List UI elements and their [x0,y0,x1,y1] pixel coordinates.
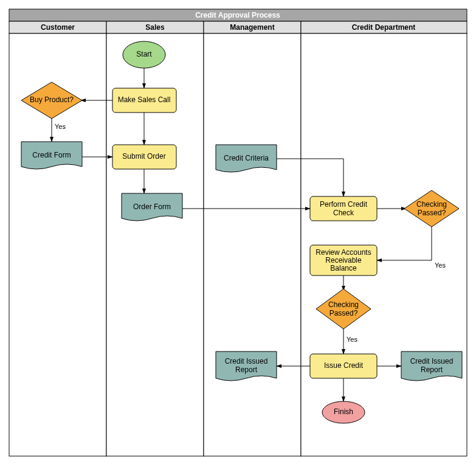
checking-passed-1-l2: Passed? [418,209,446,217]
credit-form-label: Credit Form [32,151,71,159]
cir-left-l1: Credit Issued [225,357,268,365]
lane-label: Sales [145,23,165,32]
checking-passed-1-l1: Checking [416,200,447,209]
flowchart-canvas: Credit Approval Process Customer Sales M… [6,6,470,458]
edge-label: Yes [347,336,357,343]
perform-credit-check-l1: Perform Credit [320,200,368,209]
cir-right-l1: Credit Issued [410,357,454,365]
lane-label: Customer [41,23,75,32]
lane-body-management [204,33,301,456]
perform-credit-check-l2: Check [333,209,354,217]
cir-left-l2: Report [235,365,258,374]
submit-order-label: Submit Order [122,152,165,161]
review-ar-l1: Review Accounts [316,248,371,257]
credit-criteria-label: Credit Criteria [224,154,269,162]
buy-product-label: Buy Product? [30,95,74,104]
checking-passed-2-l1: Checking [328,300,359,309]
checking-passed-2-l2: Passed? [329,309,358,317]
diagram-title: Credit Approval Process [195,11,280,19]
review-ar-l3: Balance [330,264,357,272]
make-sales-call-label: Make Sales Call [118,95,171,104]
lane-label: Credit Department [352,23,416,32]
cir-right-l2: Report [421,365,443,374]
edge-label: Yes [55,123,66,130]
finish-label: Finish [334,407,353,416]
edge-label: Yes [435,261,446,269]
issue-credit-label: Issue Credit [324,361,364,370]
review-ar-l2: Receivable [325,256,362,265]
lane-label: Management [230,23,274,32]
order-form-label: Order Form [133,203,171,211]
start-label: Start [136,50,152,58]
